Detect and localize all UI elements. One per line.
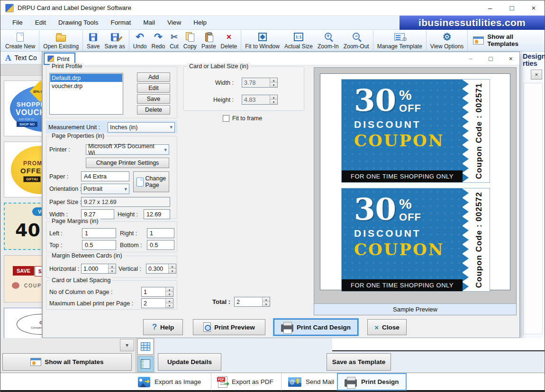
delete-button[interactable]: × Delete xyxy=(218,30,240,51)
coupon-percent: 30 xyxy=(354,195,396,224)
chevron-down-icon[interactable]: ▾ xyxy=(120,339,134,351)
save-profile-button[interactable]: Save xyxy=(137,94,170,104)
margin-top-field[interactable]: 0.5 xyxy=(82,240,116,250)
zoom-out-button[interactable]: − Zoom-Out xyxy=(341,30,372,51)
measurement-unit-dropdown[interactable]: Inches (in) xyxy=(108,122,175,133)
max-label-per-page-spinner[interactable]: 2 xyxy=(141,298,173,308)
zoom-in-button[interactable]: + Zoom-In xyxy=(315,30,341,51)
redo-button[interactable]: ↷ Redo xyxy=(149,30,167,51)
panel-title-line1: Design xyxy=(523,53,545,60)
paste-button[interactable]: Paste xyxy=(199,30,218,51)
cut-button[interactable]: ✂ Cut xyxy=(167,30,181,51)
export-as-image-button[interactable]: ➜ Export as Image xyxy=(131,373,208,391)
undo-button[interactable]: ↶ Undo xyxy=(131,30,149,51)
menu-mail[interactable]: Mail xyxy=(137,17,161,28)
spinner-arrows[interactable] xyxy=(165,287,173,296)
help-icon: ? xyxy=(152,322,157,332)
maximize-icon[interactable]: □ xyxy=(501,0,523,15)
help-button[interactable]: ? Help xyxy=(143,319,183,335)
ruler-tool-button[interactable] xyxy=(137,356,154,372)
margin-bottom-field[interactable]: 0.5 xyxy=(147,240,174,250)
template-thumb-voucher-40-selected[interactable]: VOUC 40 xyxy=(4,203,42,250)
print-profile-list[interactable]: Default.drp voucher.drp xyxy=(49,73,123,115)
panel-close-button[interactable]: × xyxy=(531,70,542,80)
margin-left-field[interactable]: 1 xyxy=(82,228,116,238)
template-thumb-shopping-voucher[interactable]: 30% OFF SHOPPI VOUCH JUST FOR YO SHOP NO xyxy=(4,80,42,136)
coupon-code-strip: Coupon Code : 002571 xyxy=(469,80,490,182)
create-new-button[interactable]: Create New xyxy=(3,30,37,51)
dialog-logo-icon xyxy=(47,55,54,62)
grid-tool-button[interactable] xyxy=(137,339,154,355)
template-thumb-promo-offer[interactable]: PROMO OFFER GIFT4U xyxy=(4,142,42,197)
profile-item-default[interactable]: Default.drp xyxy=(50,74,122,82)
open-existing-button[interactable]: Open Existing xyxy=(41,30,81,51)
fit-to-window-button[interactable]: Fit to Window xyxy=(243,30,282,51)
columns-on-page-spinner[interactable]: 1 xyxy=(141,287,173,297)
manage-template-button[interactable]: ⚙ Manage Template xyxy=(375,30,425,51)
send-mail-button[interactable]: @⬆ Send Mail xyxy=(281,373,341,391)
new-page-icon xyxy=(17,33,24,42)
panel-body xyxy=(523,83,543,334)
total-spinner[interactable]: 2 xyxy=(234,297,270,307)
orientation-dropdown[interactable]: Portrait xyxy=(81,184,129,194)
change-printer-settings-button[interactable]: Change Printer Settings xyxy=(86,158,169,168)
show-all-templates-button[interactable]: Show all Templates xyxy=(2,353,132,371)
tab-text-content[interactable]: A Text Co xyxy=(0,52,42,64)
close-x-icon: × xyxy=(374,323,379,331)
minimize-icon[interactable]: – xyxy=(479,0,501,15)
save-as-button[interactable]: Save as xyxy=(102,30,127,51)
template-thumb-save-coupon[interactable]: SAVE $25 COUPON xyxy=(4,255,42,303)
print-card-design-button[interactable]: Print Card Design xyxy=(274,319,358,335)
paper-field[interactable]: A4 Extra xyxy=(81,171,129,181)
fit-to-frame-checkbox[interactable] xyxy=(223,115,229,122)
spinner-arrows xyxy=(270,95,277,104)
menu-drawing-tools[interactable]: Drawing Tools xyxy=(52,17,105,28)
menu-help[interactable]: Help xyxy=(187,17,213,28)
zoom-out-icon: − xyxy=(353,33,360,40)
add-button[interactable]: Add xyxy=(137,72,170,82)
spinner-arrows[interactable] xyxy=(262,297,270,306)
change-page-button[interactable]: Change Page xyxy=(133,171,169,192)
export-as-pdf-button[interactable]: PDF➜ Export as PDF xyxy=(211,373,280,391)
pdf-icon: PDF➜ xyxy=(218,376,227,388)
menu-view[interactable]: View xyxy=(161,17,187,28)
template-thumb-certificate[interactable]: ⚙ Company Name xyxy=(4,308,42,338)
print-profile-group: Print Profile Default.drp voucher.drp Ad… xyxy=(46,66,177,118)
dialog-minimize-icon[interactable]: – xyxy=(469,55,473,62)
save-button[interactable]: Save xyxy=(84,30,102,51)
spinner-arrows[interactable] xyxy=(108,264,116,273)
print-design-button[interactable]: Print Design xyxy=(337,373,407,391)
menu-format[interactable]: Format xyxy=(105,17,137,28)
save-as-template-button[interactable]: Save as Template xyxy=(327,353,391,371)
card-label-size-group: Card or Label Size (in) Width : 3.78 Hei… xyxy=(183,66,304,111)
delete-icon: × xyxy=(227,31,232,43)
copy-button[interactable]: Copy xyxy=(181,30,199,51)
close-icon[interactable]: × xyxy=(523,0,545,15)
spinner-arrows[interactable] xyxy=(165,299,173,308)
window-title: DRPU Card and Label Designer Software xyxy=(18,4,131,11)
page-height-field[interactable]: 12.69 xyxy=(144,209,170,219)
update-details-button[interactable]: Update Details xyxy=(158,353,221,371)
actual-size-button[interactable]: 1:1 Actual Size xyxy=(282,30,315,51)
dialog-close-icon[interactable]: × xyxy=(509,55,513,62)
view-options-button[interactable]: ⚙ View Options xyxy=(428,30,466,51)
menu-edit[interactable]: Edit xyxy=(29,17,52,28)
gear-icon: ⚙ xyxy=(443,31,452,43)
close-dialog-button[interactable]: × Close xyxy=(367,319,407,335)
delete-profile-button[interactable]: Delete xyxy=(137,105,170,115)
menu-file[interactable]: File xyxy=(6,17,29,28)
profile-item-voucher[interactable]: voucher.drp xyxy=(50,82,122,90)
printer-dropdown[interactable]: Microsoft XPS Document Wi xyxy=(86,144,169,155)
floppy-pencil-icon xyxy=(111,33,119,41)
edit-button[interactable]: Edit xyxy=(137,83,170,93)
print-preview-button[interactable]: Print Preview xyxy=(193,319,265,335)
stamp-icon xyxy=(12,282,19,289)
canvas-edge xyxy=(332,338,545,351)
print-preview-panel: 30 % OFF DISCOUNT COUPON FOR ONE TIME SH… xyxy=(314,67,517,315)
vertical-margin-spinner[interactable]: 0.300 xyxy=(146,264,176,274)
show-all-templates-toolbar-button[interactable]: Show all Templates xyxy=(469,30,525,51)
spinner-arrows[interactable] xyxy=(168,264,176,273)
horizontal-margin-spinner[interactable]: 1.000 xyxy=(81,264,116,274)
margin-right-field[interactable]: 1 xyxy=(147,228,174,238)
dialog-maximize-icon[interactable]: □ xyxy=(489,55,492,62)
